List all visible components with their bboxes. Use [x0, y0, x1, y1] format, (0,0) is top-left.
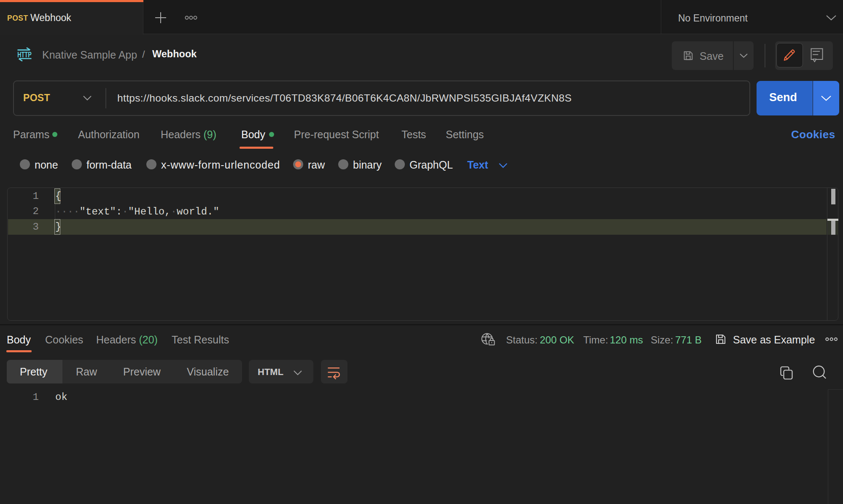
svg-text:HTTP: HTTP — [17, 50, 32, 59]
